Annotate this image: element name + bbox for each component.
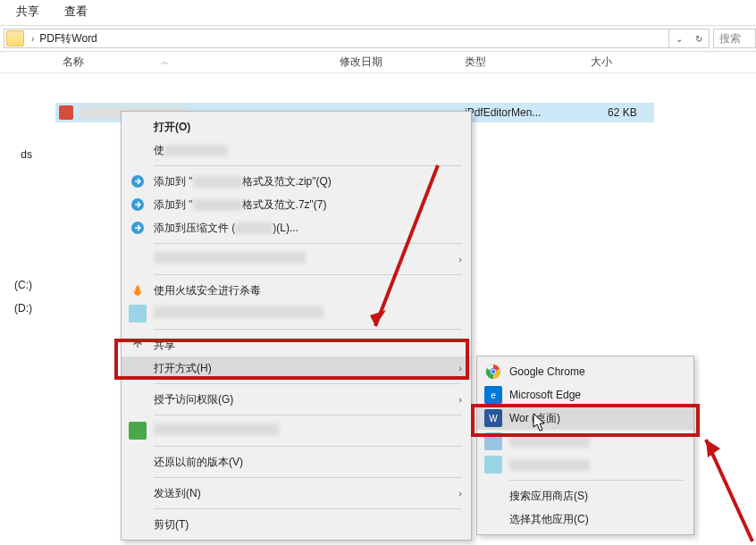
svg-line-9 (706, 440, 752, 541)
app-icon (129, 305, 147, 323)
folder-icon (6, 30, 24, 46)
columns-header: 名称 ︿ 修改日期 类型 大小 (0, 52, 756, 73)
menu-open[interactable]: 打开(O) (122, 115, 471, 138)
word-icon: W (484, 409, 502, 427)
chevron-right-icon: › (458, 488, 462, 499)
col-name[interactable]: 名称 (63, 54, 84, 70)
dropdown-icon[interactable]: ⌄ (669, 29, 689, 47)
context-menu: 打开(O) 使 添加到 "格式及范文.zip"(Q) 添加到 "格式及范文.7z… (121, 111, 472, 541)
menu-restore[interactable]: 还原以前的版本(V) (122, 450, 471, 474)
menu-blur-1[interactable]: › (122, 247, 471, 271)
menu-separator (154, 446, 462, 447)
menu-cut[interactable]: 剪切(T) (122, 513, 471, 536)
chevron-right-icon: › (458, 254, 462, 264)
arrow-icon (129, 172, 147, 190)
menu-share[interactable]: 共享 (122, 333, 471, 356)
menu-blur-3[interactable] (122, 419, 471, 442)
menu-use[interactable]: 使 (122, 138, 471, 162)
chevron-right-icon: › (458, 363, 462, 373)
sidebar-item-c[interactable]: (C:) (0, 273, 36, 297)
pdf-file-icon (59, 105, 73, 120)
menu-add-zip[interactable]: 添加到 "格式及范文.zip"(Q) (122, 170, 471, 193)
submenu-choose[interactable]: 选择其他应用(C) (477, 507, 693, 531)
app-icon (484, 456, 502, 474)
menu-separator (154, 165, 462, 166)
breadcrumb[interactable]: › PDF转Word ⌄ ↻ (4, 29, 710, 48)
sort-indicator-icon: ︿ (161, 56, 169, 68)
menu-separator (154, 274, 462, 275)
menu-send-to[interactable]: 发送到(N)› (122, 482, 471, 505)
app-icon (129, 422, 147, 440)
edge-icon: e (484, 386, 502, 404)
chevron-right-icon: › (26, 34, 39, 44)
submenu-open-with: Google Chrome e Microsoft Edge W Wor (桌面… (476, 356, 694, 535)
submenu-blur-2[interactable] (477, 453, 693, 476)
menu-separator (154, 243, 462, 244)
arrow-icon (129, 196, 147, 214)
svg-point-6 (491, 370, 496, 374)
ribbon-view[interactable]: 查看 (64, 4, 88, 20)
svg-marker-10 (706, 440, 720, 457)
arrow-icon (129, 219, 147, 237)
menu-add-7z[interactable]: 添加到 "格式及范文.7z"(7) (122, 193, 471, 216)
submenu-blur-1[interactable] (477, 430, 693, 453)
submenu-edge[interactable]: e Microsoft Edge (477, 383, 693, 407)
sidebar-item-d[interactable]: (D:) (0, 297, 36, 320)
file-size: 62 KB (608, 106, 637, 119)
menu-add-archive[interactable]: 添加到压缩文件 ()(L)... (122, 216, 471, 239)
col-date[interactable]: 修改日期 (340, 54, 382, 70)
chrome-icon (484, 363, 502, 381)
share-icon (129, 336, 147, 354)
submenu-store[interactable]: 搜索应用商店(S) (477, 484, 693, 507)
chevron-right-icon: › (458, 394, 462, 405)
menu-grant-access[interactable]: 授予访问权限(G)› (122, 388, 471, 411)
menu-separator (154, 477, 462, 478)
col-type[interactable]: 类型 (465, 54, 486, 70)
menu-blur-2[interactable] (122, 302, 471, 325)
ribbon-share[interactable]: 共享 (16, 4, 39, 20)
menu-scan[interactable]: 使用火绒安全进行杀毒 (122, 279, 471, 302)
flame-icon (129, 281, 147, 299)
annotation-arrow (699, 429, 756, 545)
refresh-icon[interactable]: ↻ (689, 29, 709, 47)
menu-separator (154, 508, 462, 509)
menu-separator (154, 415, 462, 415)
menu-separator (154, 383, 462, 384)
submenu-chrome[interactable]: Google Chrome (477, 360, 693, 383)
submenu-word[interactable]: W Wor (桌面) (477, 407, 693, 430)
menu-separator (154, 329, 462, 330)
menu-separator (509, 480, 685, 481)
menu-open-with[interactable]: 打开方式(H)› (122, 356, 471, 380)
app-icon (484, 432, 502, 450)
sidebar: ds (C:) (D:) (0, 143, 36, 320)
col-size[interactable]: 大小 (591, 54, 612, 70)
sidebar-item-ds[interactable]: ds (0, 143, 36, 166)
breadcrumb-folder[interactable]: PDF转Word (39, 31, 97, 46)
search-input[interactable]: 搜索 (713, 29, 756, 48)
file-type: jPdfEditorMen... (465, 106, 541, 119)
